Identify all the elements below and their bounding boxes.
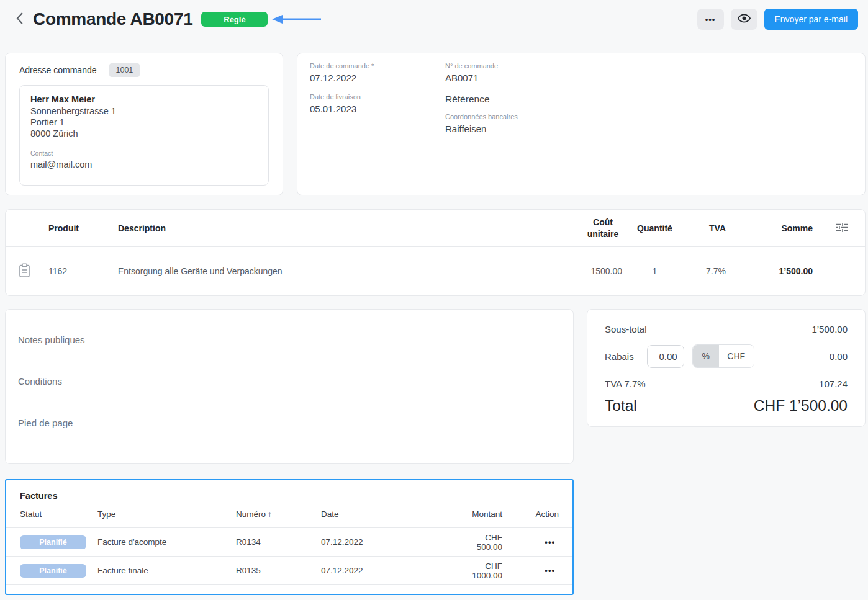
invoices-header-amount: Montant — [466, 509, 502, 519]
invoice-actions-button[interactable]: ••• — [545, 537, 559, 547]
invoice-date: 07.12.2022 — [321, 566, 466, 575]
total-label: Total — [605, 397, 637, 414]
sort-ascending-icon: ↑ — [268, 509, 272, 519]
invoice-amount: CHF 500.00 — [466, 533, 502, 552]
subtotal-label: Sous-total — [605, 324, 647, 334]
vat-value: 107.24 — [819, 378, 848, 389]
order-date-field[interactable]: 07.12.2022 — [310, 73, 445, 83]
footer-field[interactable]: Pied de page — [18, 418, 561, 428]
item-vat: 7.7% — [687, 266, 726, 276]
eye-icon — [738, 14, 751, 25]
totals-card: Sous-total 1’500.00 Rabais % CHF 0.00 TV… — [587, 309, 866, 427]
invoices-table-header: Statut Type Numéro↑ Date Montant Action — [6, 501, 572, 528]
items-header-quantity: Quantité — [622, 223, 687, 233]
discount-value: 0.00 — [830, 351, 848, 362]
invoice-type: Facture d'acompte — [97, 537, 236, 547]
contact-name: Herr Max Meier — [30, 94, 258, 104]
invoice-date: 07.12.2022 — [321, 537, 466, 547]
items-header-sum: Somme — [726, 223, 813, 233]
total-value: CHF 1’500.00 — [754, 397, 848, 414]
chevron-left-icon — [16, 12, 23, 26]
invoices-header-action: Action — [502, 509, 559, 519]
invoice-status-badge: Planifié — [20, 535, 86, 549]
order-date-label: Date de commande * — [310, 62, 445, 69]
invoices-header-type: Type — [97, 509, 236, 519]
status-badge: Réglé — [201, 12, 268, 27]
more-actions-button[interactable]: ••• — [697, 9, 724, 30]
topbar-actions: ••• Envoyer par e-mail — [697, 9, 859, 30]
discount-chf-option[interactable]: CHF — [719, 345, 754, 367]
address-city: 8000 Zürich — [30, 128, 258, 139]
back-button[interactable] — [16, 12, 23, 26]
invoice-type: Facture finale — [97, 566, 236, 575]
invoice-amount: CHF 1000.00 — [466, 562, 502, 580]
discount-input[interactable] — [647, 345, 684, 368]
page-title: Commande AB0071 — [33, 9, 192, 29]
annotation-arrow-icon — [271, 14, 322, 24]
address-card-label: Adresse commande — [19, 65, 97, 75]
contact-email: mail@mail.com — [30, 159, 258, 169]
topbar: Commande AB0071 Réglé ••• Envoyer par e-… — [0, 0, 868, 32]
invoice-row[interactable]: Planifié Facture finale R0135 07.12.2022… — [6, 557, 572, 585]
invoice-number: R0134 — [236, 537, 321, 547]
address-line2: Portier 1 — [30, 117, 258, 128]
order-number-label: N° de commande — [445, 62, 518, 69]
invoices-header-number[interactable]: Numéro↑ — [236, 509, 321, 519]
item-quantity: 1 — [622, 266, 687, 276]
items-header-description: Description — [118, 223, 551, 233]
items-header-vat: TVA — [687, 223, 726, 233]
discount-unit-toggle: % CHF — [692, 344, 754, 368]
subtotal-value: 1’500.00 — [811, 324, 848, 334]
address-box[interactable]: Herr Max Meier Sonnenbergstrasse 1 Porti… — [19, 85, 269, 186]
item-sum: 1’500.00 — [726, 266, 813, 276]
ellipsis-icon: ••• — [705, 15, 716, 24]
address-street: Sonnenbergstrasse 1 — [30, 105, 258, 117]
public-notes-field[interactable]: Notes publiques — [18, 334, 561, 345]
invoices-section: Factures Statut Type Numéro↑ Date Montan… — [5, 479, 574, 595]
bank-details-label: Coordonnées bancaires — [445, 113, 518, 120]
delivery-date-field[interactable]: 05.01.2023 — [310, 104, 445, 114]
invoice-status-badge: Planifié — [20, 564, 86, 578]
invoices-header-date: Date — [321, 509, 466, 519]
invoices-header-status: Statut — [20, 509, 97, 519]
clipboard-icon — [18, 263, 31, 280]
order-number-field[interactable]: AB0071 — [445, 73, 518, 83]
discount-label: Rabais — [605, 351, 634, 362]
item-row[interactable]: 1162 Entsorgung alle Geräte und Verpacku… — [6, 247, 865, 295]
invoices-title: Factures — [6, 491, 572, 501]
item-description: Entsorgung alle Geräte und Verpackungen — [118, 266, 551, 276]
vat-label: TVA 7.7% — [605, 378, 646, 389]
delivery-date-label: Date de livraison — [310, 93, 445, 101]
preview-button[interactable] — [731, 9, 757, 30]
invoice-number: R0135 — [236, 566, 321, 575]
contact-number-badge: 1001 — [109, 63, 140, 77]
items-table-header: Produit Description Coût unitaire Quanti… — [6, 210, 865, 247]
order-address-card: Adresse commande 1001 Herr Max Meier Son… — [5, 53, 283, 195]
items-header-unit-cost: Coût unitaire — [584, 217, 622, 240]
invoice-row[interactable]: Planifié Facture d'acompte R0134 07.12.2… — [6, 528, 572, 557]
order-details-card: Date de commande * 07.12.2022 Date de li… — [297, 53, 866, 195]
conditions-field[interactable]: Conditions — [18, 376, 561, 387]
reference-field[interactable]: Référence — [445, 94, 518, 105]
column-settings-icon[interactable] — [836, 222, 848, 235]
item-unit-cost: 1500.00 — [551, 266, 622, 276]
notes-card: Notes publiques Conditions Pied de page — [5, 309, 574, 464]
items-table: Produit Description Coût unitaire Quanti… — [5, 209, 866, 296]
invoice-actions-button[interactable]: ••• — [545, 566, 559, 575]
send-email-button[interactable]: Envoyer par e-mail — [764, 9, 859, 30]
discount-percent-option[interactable]: % — [693, 345, 719, 367]
item-product-number: 1162 — [48, 266, 118, 276]
items-header-product: Produit — [48, 223, 118, 233]
bank-details-field[interactable]: Raiffeisen — [445, 123, 518, 134]
contact-label: Contact — [30, 150, 258, 157]
